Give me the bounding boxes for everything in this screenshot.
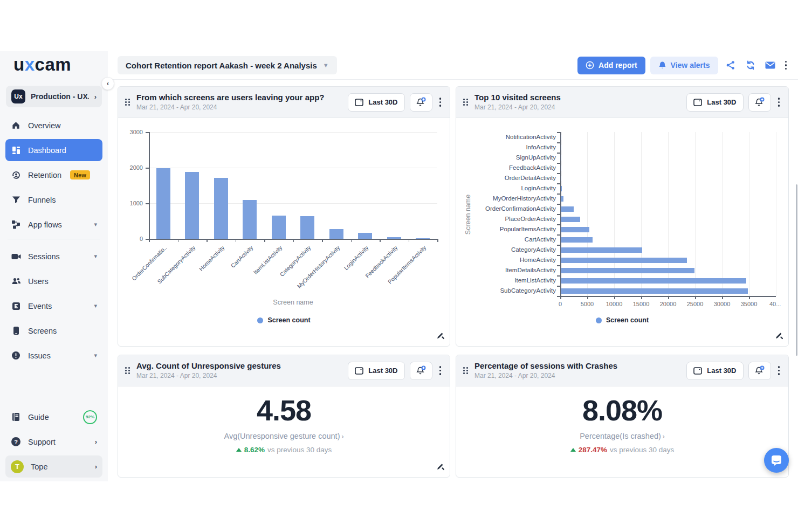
project-app-icon: Ux xyxy=(11,89,25,103)
chat-icon xyxy=(770,454,783,467)
gridline xyxy=(776,132,776,296)
bar[interactable] xyxy=(561,278,746,284)
card-menu[interactable] xyxy=(437,364,444,377)
bar[interactable] xyxy=(185,172,199,239)
sidebar-item-events[interactable]: Events ▾ xyxy=(5,295,102,317)
edit-pencil-icon[interactable] xyxy=(436,331,444,342)
card-title: Percentage of sessions with Crashes xyxy=(474,361,617,371)
add-report-button[interactable]: Add report xyxy=(577,57,645,74)
view-alerts-button[interactable]: View alerts xyxy=(650,57,718,74)
sidebar-item-retention[interactable]: Retention New xyxy=(5,164,102,186)
bar[interactable] xyxy=(387,237,401,239)
bar[interactable] xyxy=(561,217,580,222)
sidebar-item-issues[interactable]: Issues ▾ xyxy=(5,344,102,367)
date-range-button[interactable]: Last 30D xyxy=(686,93,743,112)
bar[interactable] xyxy=(561,186,562,191)
add-alert-button[interactable] xyxy=(748,362,771,380)
drag-handle-icon[interactable] xyxy=(123,365,132,376)
edit-pencil-icon[interactable] xyxy=(775,331,783,342)
bar[interactable] xyxy=(329,229,343,239)
drag-handle-icon[interactable] xyxy=(462,97,470,107)
legend-dot xyxy=(257,317,263,323)
bar[interactable] xyxy=(561,135,561,140)
bar[interactable] xyxy=(243,200,257,239)
sidebar-item-sessions[interactable]: Sessions ▾ xyxy=(5,245,102,267)
y-category-label: SignUpActivity xyxy=(471,154,556,161)
refresh-button[interactable] xyxy=(743,58,758,73)
chevron-down-icon: ▾ xyxy=(94,221,97,228)
y-axis-title: Screen name xyxy=(464,182,472,247)
add-alert-button[interactable] xyxy=(748,93,771,112)
bar[interactable] xyxy=(156,168,170,239)
gridline xyxy=(149,132,437,133)
legend-dot xyxy=(596,317,602,323)
bar[interactable] xyxy=(561,258,687,263)
add-alert-button[interactable] xyxy=(410,362,432,380)
y-tick-label: 3000 xyxy=(118,129,143,135)
bar[interactable] xyxy=(416,238,430,239)
bar[interactable] xyxy=(214,178,228,239)
bar[interactable] xyxy=(561,247,642,253)
sidebar-item-guide[interactable]: Guide 92% xyxy=(5,406,102,428)
user-avatar: T xyxy=(11,460,24,473)
card-header: From which screens are users leaving you… xyxy=(118,87,450,118)
chevron-right-icon: › xyxy=(341,433,343,440)
drag-handle-icon[interactable] xyxy=(462,365,470,376)
bar[interactable] xyxy=(561,196,563,202)
date-range-button[interactable]: Last 30D xyxy=(348,362,404,380)
sidebar-item-label: Events xyxy=(28,302,52,310)
vertical-scrollbar[interactable] xyxy=(796,184,797,356)
sessions-video-icon xyxy=(11,253,21,260)
chevron-down-icon: ▼ xyxy=(323,62,329,68)
drag-handle-icon[interactable] xyxy=(123,97,132,107)
bar[interactable] xyxy=(561,227,589,232)
bar[interactable] xyxy=(561,145,561,150)
x-tick xyxy=(380,239,381,242)
sidebar-collapse-button[interactable]: ‹ xyxy=(101,77,114,90)
share-button[interactable] xyxy=(723,58,738,73)
bar[interactable] xyxy=(561,268,694,273)
edit-pencil-icon[interactable] xyxy=(436,462,444,473)
chevron-down-icon: ▾ xyxy=(94,302,97,309)
sidebar-item-users[interactable]: Users xyxy=(5,270,102,292)
report-title-dropdown[interactable]: Cohort Retention report Aakash - week 2 … xyxy=(118,56,337,74)
sidebar-item-overview[interactable]: Overview xyxy=(5,114,102,136)
add-alert-button[interactable] xyxy=(410,93,432,112)
y-tick xyxy=(557,224,560,225)
legend: Screen count xyxy=(456,316,788,324)
bar[interactable] xyxy=(561,176,561,181)
y-tick xyxy=(557,132,560,133)
kpi-metric-link[interactable]: Percentage(Is crashed)› xyxy=(580,432,665,440)
card-menu[interactable] xyxy=(776,364,782,377)
date-range-button[interactable]: Last 30D xyxy=(686,362,743,380)
sidebar-item-user-tope[interactable]: T Tope › xyxy=(5,455,102,478)
x-tick-label: 5000 xyxy=(574,301,601,307)
sidebar-item-app-flows[interactable]: App flows ▾ xyxy=(5,213,102,236)
sidebar-item-support[interactable]: ? Support › xyxy=(5,431,102,453)
bar[interactable] xyxy=(300,216,314,239)
card-menu[interactable] xyxy=(437,95,444,109)
sidebar-item-screens[interactable]: Screens xyxy=(5,320,102,342)
bar[interactable] xyxy=(561,237,593,243)
calendar-icon xyxy=(355,99,363,106)
bar[interactable] xyxy=(358,233,372,239)
card-leaving-screens: From which screens are users leaving you… xyxy=(118,86,450,347)
bar[interactable] xyxy=(561,155,561,161)
sidebar-item-dashboard[interactable]: Dashboard xyxy=(5,139,102,161)
project-selector[interactable]: Ux Production - UX... › xyxy=(6,86,102,107)
card-menu[interactable] xyxy=(776,95,782,109)
kpi-metric-link[interactable]: Avg(Unresponsive gesture count)› xyxy=(224,432,344,440)
bar[interactable] xyxy=(561,288,748,294)
bar[interactable] xyxy=(561,165,561,171)
calendar-icon xyxy=(693,367,702,375)
bell-plus-icon xyxy=(415,365,427,376)
chat-widget-button[interactable] xyxy=(764,448,789,473)
more-options-menu[interactable] xyxy=(783,59,789,72)
date-range-button[interactable]: Last 30D xyxy=(348,93,404,112)
bar[interactable] xyxy=(561,206,574,212)
email-button[interactable] xyxy=(763,58,778,73)
sidebar-item-funnels[interactable]: Funnels xyxy=(5,189,102,211)
x-axis-title: Screen name xyxy=(149,299,437,306)
bar[interactable] xyxy=(272,216,286,239)
x-tick-label-overflow: 40... xyxy=(769,301,789,307)
